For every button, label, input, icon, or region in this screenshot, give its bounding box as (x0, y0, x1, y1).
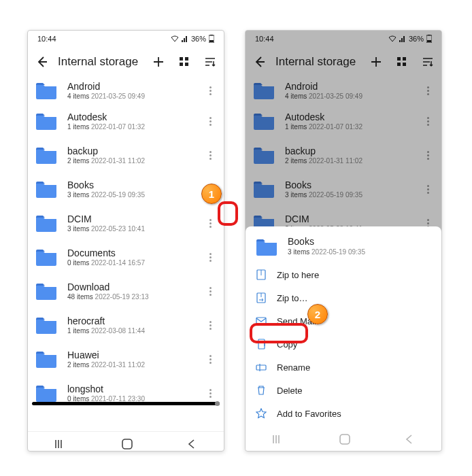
folder-name: longshot (67, 384, 203, 395)
wifi-icon (171, 35, 179, 42)
folder-name: Android (67, 81, 203, 92)
toolbar: Internal storage (28, 47, 224, 77)
menu-item[interactable]: Zip to… (246, 286, 441, 309)
view-grid-icon[interactable] (178, 55, 191, 69)
folder-name: Books (67, 180, 203, 191)
folder-meta: 0 items 2021-07-11 23:30 (67, 395, 203, 402)
more-icon[interactable] (203, 151, 217, 160)
folder-row[interactable]: longshot0 items 2021-07-11 23:30 (28, 376, 224, 402)
svg-rect-1 (210, 35, 213, 35)
status-battery: 36% (191, 35, 206, 43)
nav-bar (28, 431, 224, 452)
svg-rect-4 (185, 57, 188, 61)
menu-item[interactable]: Rename (246, 356, 441, 379)
folder-icon (35, 180, 58, 199)
folder-meta: 2 items 2022-01-31 11:02 (67, 361, 203, 369)
folder-list[interactable]: Android4 items 2021-03-25 09:49Autodesk1… (28, 77, 224, 402)
home-icon[interactable] (122, 439, 133, 449)
phone-left: 10:44 36% Internal storage Android4 item… (27, 30, 224, 452)
folder-name: Huawei (67, 350, 203, 361)
folder-row[interactable]: Download48 items 2022-05-19 23:13 (28, 274, 224, 308)
status-right: 36% (171, 35, 214, 43)
phone-right: 10:44 36% Internal storage Android4 item… (245, 30, 442, 452)
sort-icon[interactable] (203, 55, 217, 69)
back-nav-icon[interactable] (187, 439, 197, 449)
svg-rect-6 (185, 63, 188, 66)
folder-name: herocraft (67, 316, 203, 327)
more-icon[interactable] (203, 86, 217, 95)
add-icon[interactable] (152, 55, 165, 69)
home-icon[interactable] (339, 434, 350, 445)
back-icon[interactable] (35, 55, 48, 69)
folder-row[interactable]: Android4 items 2021-03-25 09:49 (28, 77, 224, 104)
scroll-indicator[interactable] (32, 402, 220, 405)
folder-icon (35, 248, 58, 267)
folder-meta: 3 items 2022-05-23 10:41 (67, 225, 203, 233)
folder-icon (255, 237, 278, 256)
folder-row[interactable]: Huawei2 items 2022-01-31 11:02 (28, 342, 224, 376)
recents-icon[interactable] (55, 439, 67, 449)
svg-rect-2 (209, 40, 214, 42)
status-bar: 10:44 36% (28, 31, 224, 47)
folder-icon (35, 316, 58, 335)
more-icon[interactable] (203, 287, 217, 296)
battery-icon (209, 35, 214, 43)
folder-row[interactable]: DCIM3 items 2022-05-23 10:41 (28, 206, 224, 240)
status-time: 10:44 (37, 35, 56, 43)
highlight-box-1 (218, 201, 238, 226)
sheet-meta: 3 items 2022-05-19 09:35 (288, 248, 432, 256)
more-icon[interactable] (203, 355, 217, 364)
folder-meta: 2 items 2022-01-31 11:02 (67, 157, 203, 165)
menu-item[interactable]: Delete (246, 379, 441, 402)
menu-label: Delete (277, 386, 303, 396)
folder-row[interactable]: Autodesk1 items 2022-01-07 01:32 (28, 104, 224, 138)
folder-meta: 1 items 2022-03-08 11:44 (67, 327, 203, 335)
callout-2: 2 (307, 304, 328, 324)
menu-item[interactable]: Zip to here (246, 263, 441, 286)
svg-rect-20 (340, 435, 350, 444)
folder-row[interactable]: Books3 items 2022-05-19 09:35 (28, 172, 224, 206)
recents-icon[interactable] (273, 435, 285, 444)
more-icon[interactable] (203, 219, 217, 228)
folder-name: backup (67, 146, 203, 157)
folder-meta: 0 items 2022-01-14 16:57 (67, 259, 203, 267)
folder-name: DCIM (67, 214, 203, 225)
folder-meta: 3 items 2022-05-19 09:35 (67, 191, 203, 199)
sheet-header: Books 3 items 2022-05-19 09:35 (246, 231, 441, 263)
svg-rect-3 (180, 57, 183, 61)
folder-icon (35, 350, 58, 369)
nav-bar (246, 428, 441, 451)
folder-name: Download (67, 282, 203, 293)
star-icon (255, 407, 267, 420)
sheet-title: Books (288, 236, 432, 247)
more-icon[interactable] (203, 389, 217, 398)
delete-icon (255, 384, 267, 396)
menu-label: Add to Favorites (277, 409, 341, 419)
more-icon[interactable] (203, 253, 217, 262)
svg-rect-5 (180, 63, 183, 66)
folder-icon (35, 384, 58, 402)
svg-rect-7 (122, 439, 132, 449)
signal-icon (182, 35, 188, 42)
folder-meta: 1 items 2022-01-07 01:32 (67, 123, 203, 131)
svg-rect-16 (257, 293, 265, 303)
folder-row[interactable]: Documents0 items 2022-01-14 16:57 (28, 240, 224, 274)
svg-rect-19 (256, 365, 266, 370)
more-icon[interactable] (203, 321, 217, 330)
callout-1: 1 (201, 184, 222, 204)
menu-label: Zip to here (277, 270, 319, 280)
sheet-menu: Zip to hereZip to…Send MailCopyRenameDel… (246, 263, 441, 425)
menu-label: Rename (277, 362, 310, 373)
folder-row[interactable]: backup2 items 2022-01-31 11:02 (28, 138, 224, 172)
rename-icon (255, 361, 267, 373)
back-nav-icon[interactable] (405, 435, 414, 444)
menu-item[interactable]: Add to Favorites (246, 402, 441, 425)
more-icon[interactable] (203, 117, 217, 126)
menu-label: Zip to… (277, 293, 308, 303)
folder-row[interactable]: herocraft1 items 2022-03-08 11:44 (28, 308, 224, 342)
folder-meta: 48 items 2022-05-19 23:13 (67, 293, 203, 301)
folder-icon (35, 282, 58, 301)
folder-icon (35, 112, 58, 131)
folder-icon (35, 81, 58, 100)
page-title: Internal storage (58, 55, 142, 69)
